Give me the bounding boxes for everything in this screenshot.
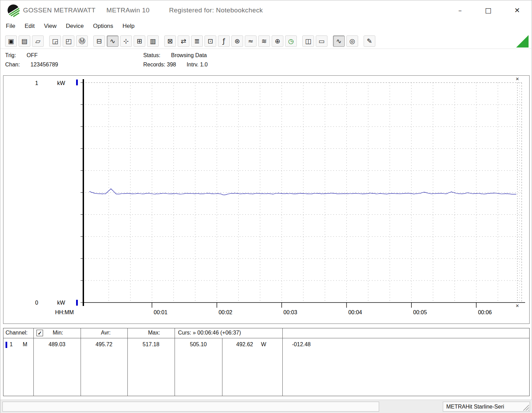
resize-grip[interactable]: [523, 404, 529, 411]
menu-edit[interactable]: Edit: [24, 23, 34, 30]
bargraph-display-icon[interactable]: ▥: [147, 35, 159, 47]
y-min-label: 0: [35, 300, 38, 306]
toolbar-group: ✎: [364, 35, 375, 47]
table-divider: [33, 328, 34, 396]
toolbar-group: ◫▭: [302, 35, 327, 47]
x-axis-label: HH:MM: [55, 309, 74, 315]
y-axis: [83, 79, 84, 306]
records-value: 398: [167, 62, 176, 67]
copy-screen-icon[interactable]: ⊠: [164, 35, 176, 47]
close-button[interactable]: ✕: [511, 4, 523, 16]
table-display-icon[interactable]: ⊞: [134, 35, 145, 47]
chart-panel: 00:0100:0200:0300:0400:0500:06HH:MM1kW0k…: [3, 75, 530, 324]
device-name-panel: METRAHit Starline-Seri: [443, 402, 530, 412]
x-tick-label: 00:03: [283, 309, 297, 315]
channel-marker-bottom: [76, 300, 78, 306]
x-tick-label: 00:01: [154, 309, 167, 315]
toolbar-group: ▣▤▱: [5, 35, 44, 47]
gossen-metrawatt-logo: [7, 3, 20, 17]
interval-label: Intrv.: [187, 62, 198, 67]
toolbar-divider: [0, 49, 532, 49]
toolbar-group: ◲◰Ⓜ: [49, 35, 88, 47]
table-header-divider: [3, 338, 529, 338]
device-name: METRAHit Starline-Seri: [446, 404, 504, 410]
cursor-handle-bottom[interactable]: ✕: [515, 303, 519, 308]
meter-memory-icon[interactable]: Ⓜ: [76, 35, 88, 47]
table-divider: [81, 328, 81, 396]
annotation-icon[interactable]: ✎: [364, 35, 375, 47]
table-divider: [222, 338, 222, 396]
zoom-lens-icon[interactable]: ◎: [346, 35, 358, 47]
open-file-icon[interactable]: ▱: [32, 35, 44, 47]
print-preview-icon[interactable]: ◫: [302, 35, 314, 47]
waveform-icon[interactable]: ≈: [245, 35, 257, 47]
save-data-icon[interactable]: ▣: [5, 35, 17, 47]
maximize-button[interactable]: □: [482, 4, 494, 16]
device-memory-icon[interactable]: ⊛: [231, 35, 243, 47]
x-tick-label: 00:05: [413, 309, 427, 315]
metrawin-window: GOSSEN METRAWATT METRAwin 10 Registered …: [0, 0, 532, 413]
toolbar-group: ⊟∿⊹⊞▥: [93, 35, 159, 47]
brand-text: GOSSEN METRAWATT: [23, 7, 95, 14]
cursor-handle-top[interactable]: ✕: [515, 76, 519, 82]
transfer-screen-icon[interactable]: ⇄: [178, 35, 189, 47]
interval-value: 1.0: [200, 62, 208, 67]
col-min-header: Min:: [53, 330, 63, 336]
col-avr-header: Avr:: [101, 330, 111, 336]
curve-display-icon[interactable]: ∿: [107, 35, 118, 47]
col-channel-header: Channel:: [6, 330, 28, 336]
chan-label: Chan:: [5, 62, 20, 67]
x-tick-label: 00:04: [348, 309, 362, 315]
timer-icon[interactable]: ◷: [285, 35, 297, 47]
col-max-header: Max:: [148, 330, 160, 336]
channel-setup-icon[interactable]: ≣: [191, 35, 203, 47]
plot-area[interactable]: [84, 83, 522, 303]
measurement-table: Channel: ✓ Min: Avr: Max: Curs: » 00:06:…: [3, 328, 530, 396]
registered-text: Registered for: Notebookcheck: [169, 7, 263, 14]
energy-icon[interactable]: ⊕: [272, 35, 283, 47]
table-divider: [175, 328, 175, 396]
channel-visible-checkbox[interactable]: ✓: [36, 330, 43, 336]
envelope-icon[interactable]: ≋: [258, 35, 270, 47]
table-divider: [282, 328, 283, 396]
status-label: Status:: [143, 52, 160, 58]
titlebar: GOSSEN METRAWATT METRAwin 10 Registered …: [0, 0, 532, 20]
zoom-curve-icon[interactable]: ∿: [333, 35, 345, 47]
menu-view[interactable]: View: [44, 23, 57, 30]
y-unit-top: kW: [57, 80, 65, 86]
checkmark-icon: ✓: [38, 330, 42, 336]
avr-value: 495.72: [81, 341, 127, 348]
bottom-statusbar: METRAHit Starline-Seri: [0, 400, 532, 413]
power-chart-svg: 00:0100:0200:0300:0400:0500:06HH:MM1kW0k…: [3, 76, 529, 324]
cursor2-value: 492.62: [236, 341, 253, 348]
status-value: Browsing Data: [171, 52, 207, 58]
minimize-button[interactable]: –: [454, 4, 466, 16]
toolbar-group: ⊠⇄≣⊡ƒ⊛≈≋⊕◷: [164, 35, 297, 47]
menu-options[interactable]: Options: [93, 23, 113, 30]
trig-label: Trig:: [5, 52, 16, 58]
print-icon[interactable]: ▭: [316, 35, 327, 47]
crosshair-display-icon[interactable]: ⊹: [120, 35, 132, 47]
x-tick-label: 00:06: [478, 309, 492, 315]
y-unit-bottom: kW: [57, 300, 65, 306]
meter-disconnect-icon[interactable]: ◰: [63, 35, 74, 47]
menubar: File Edit View Device Options Help: [0, 20, 532, 32]
chan-value: 123456789: [31, 62, 58, 67]
menu-help[interactable]: Help: [123, 23, 135, 30]
unit-label: W: [261, 341, 266, 348]
cursor-info-header: Curs: » 00:06:46 (+06:37): [178, 330, 241, 336]
meter-connect-icon[interactable]: ◲: [49, 35, 61, 47]
numeric-display-icon[interactable]: ⊟: [93, 35, 105, 47]
corner-triangle-icon: [516, 35, 529, 47]
min-value: 489.03: [33, 341, 81, 348]
toolbar-group: ∿◎: [333, 35, 358, 47]
menu-device[interactable]: Device: [66, 23, 84, 30]
menu-file[interactable]: File: [6, 23, 15, 30]
save-config-icon[interactable]: ▤: [19, 35, 30, 47]
records-label: Records:: [143, 62, 165, 67]
formula-icon[interactable]: ƒ: [218, 35, 230, 47]
x-tick-label: 00:02: [219, 309, 232, 315]
channel-marker-top: [76, 80, 78, 85]
monitor-icon[interactable]: ⊡: [205, 35, 216, 47]
channel-mode: M: [23, 341, 27, 348]
